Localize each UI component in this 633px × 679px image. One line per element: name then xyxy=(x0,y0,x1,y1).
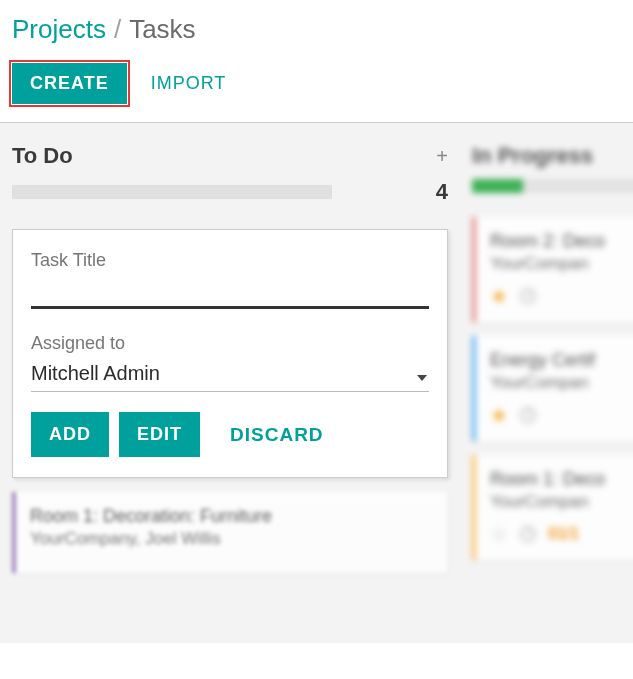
task-card-subtitle: YourCompany, Joel Willis xyxy=(30,529,434,549)
assigned-to-value: Mitchell Admin xyxy=(31,362,160,385)
clock-icon[interactable] xyxy=(520,288,536,304)
quick-create-form: Task Title Assigned to Mitchell Admin AD… xyxy=(12,229,448,478)
task-title-input[interactable] xyxy=(31,279,429,309)
column-progress-bar xyxy=(472,179,633,193)
column-todo-add-icon[interactable]: + xyxy=(436,145,448,168)
task-card[interactable]: Room 1: Deco YourCompan ☆ 01/1 xyxy=(472,455,633,560)
add-button[interactable]: ADD xyxy=(31,412,109,457)
clock-icon[interactable] xyxy=(520,526,536,542)
task-card[interactable]: Energy Certif YourCompan ★ xyxy=(472,336,633,441)
task-date: 01/1 xyxy=(548,525,579,543)
column-todo: To Do + 4 Task Title Assigned to Mitchel… xyxy=(0,143,460,643)
star-icon[interactable]: ★ xyxy=(490,403,508,427)
task-card-subtitle: YourCompan xyxy=(490,373,628,393)
breadcrumb-separator: / xyxy=(114,14,121,45)
task-card-subtitle: YourCompan xyxy=(490,254,628,274)
column-todo-progress xyxy=(12,185,332,199)
chevron-down-icon xyxy=(417,375,427,381)
task-card-title: Room 2: Deco xyxy=(490,231,628,252)
create-button[interactable]: CREATE xyxy=(12,63,127,104)
star-icon[interactable]: ★ xyxy=(490,284,508,308)
task-card[interactable]: Room 1: Decoration: Furniture YourCompan… xyxy=(12,492,448,573)
breadcrumb-projects[interactable]: Projects xyxy=(12,14,106,45)
breadcrumb-tasks: Tasks xyxy=(129,14,195,45)
column-progress-title: In Progress xyxy=(472,143,593,169)
column-todo-title: To Do xyxy=(12,143,73,169)
task-card[interactable]: Room 2: Deco YourCompan ★ xyxy=(472,217,633,322)
kanban-board: To Do + 4 Task Title Assigned to Mitchel… xyxy=(0,123,633,643)
task-card-subtitle: YourCompan xyxy=(490,492,628,512)
column-todo-count: 4 xyxy=(436,179,448,205)
assigned-to-label: Assigned to xyxy=(31,333,429,354)
header-actions: CREATE IMPORT xyxy=(12,63,621,104)
column-in-progress: In Progress Room 2: Deco YourCompan ★ En… xyxy=(460,143,633,643)
clock-icon[interactable] xyxy=(520,407,536,423)
header-bar: Projects / Tasks CREATE IMPORT xyxy=(0,0,633,122)
task-card-title: Room 1: Deco xyxy=(490,469,628,490)
star-icon[interactable]: ☆ xyxy=(490,522,508,546)
task-card-title: Room 1: Decoration: Furniture xyxy=(30,506,434,527)
discard-button[interactable]: DISCARD xyxy=(230,424,324,446)
task-card-title: Energy Certif xyxy=(490,350,628,371)
edit-button[interactable]: EDIT xyxy=(119,412,200,457)
assigned-to-select[interactable]: Mitchell Admin xyxy=(31,362,429,392)
breadcrumb: Projects / Tasks xyxy=(12,14,621,45)
import-button[interactable]: IMPORT xyxy=(151,73,227,94)
task-title-label: Task Title xyxy=(31,250,429,271)
